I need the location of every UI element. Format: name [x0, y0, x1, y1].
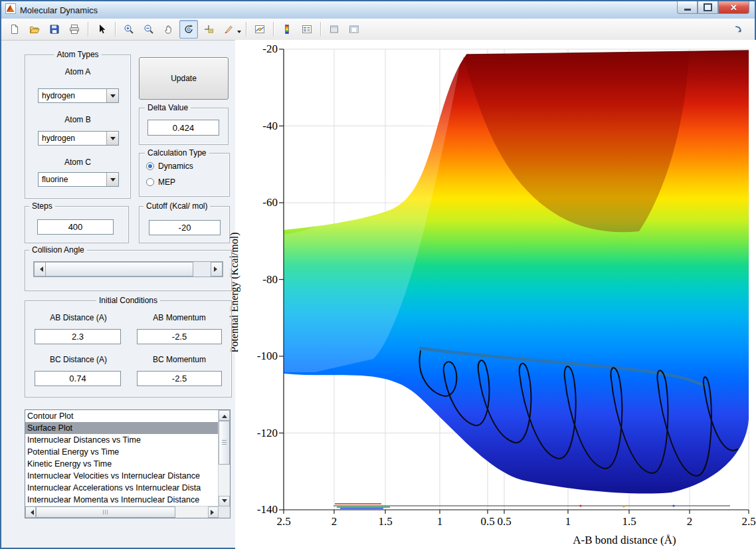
rotate-3d-button[interactable]	[179, 20, 198, 39]
panel-title: Steps	[29, 201, 55, 211]
surface-plot[interactable]: -20 -40 -60 -80 -100 -120 -140 2.5 2 1.5…	[235, 41, 756, 549]
arrow-left-icon	[37, 267, 43, 272]
plot-list-item[interactable]: Internuclear Distances vs Time	[25, 434, 219, 446]
data-cursor-button[interactable]	[199, 20, 218, 39]
scroll-left-button[interactable]	[25, 506, 36, 518]
insert-legend-button[interactable]	[298, 20, 316, 39]
cutoff-input[interactable]	[149, 220, 221, 235]
window-title: Molecular Dynamics	[20, 5, 98, 15]
insert-colorbar-button[interactable]	[278, 20, 296, 39]
dropdown-button[interactable]	[106, 89, 118, 102]
plot-list-item[interactable]: Contour Plot	[25, 410, 219, 422]
toolbar-separator	[273, 22, 274, 37]
show-plot-tools-dock-button[interactable]	[345, 20, 363, 39]
restore-button[interactable]	[698, 1, 718, 14]
delta-value-input[interactable]	[147, 120, 219, 136]
update-button[interactable]: Update	[139, 57, 229, 100]
vertical-scroll-thumb[interactable]	[219, 421, 230, 465]
panel-title: Delta Value	[145, 103, 191, 112]
atom-a-dropdown[interactable]: hydrogen	[38, 88, 119, 103]
slider-left-arrow[interactable]	[34, 262, 46, 276]
atom-b-dropdown[interactable]: hydrogen	[38, 131, 119, 146]
save-figure-button[interactable]	[45, 20, 64, 39]
plot-list-item[interactable]: Kinetic Energy vs Time	[25, 458, 219, 470]
scrollbar-corner	[219, 506, 230, 518]
cursor-arrow-button[interactable]	[92, 20, 111, 39]
plot-list-item[interactable]: Internuclear Accelerations vs Internucle…	[25, 482, 219, 494]
zoom-out-button[interactable]	[140, 20, 158, 39]
scroll-up-button[interactable]	[219, 410, 230, 421]
window-controls: ✕	[677, 1, 749, 14]
restore-icon	[704, 3, 712, 11]
brush-data-icon	[223, 24, 234, 35]
dropdown-button[interactable]	[106, 132, 118, 145]
open-file-button[interactable]	[25, 20, 44, 39]
atom-c-dropdown[interactable]: fluorine	[38, 172, 119, 187]
svg-text:1: 1	[437, 515, 443, 528]
ab-momentum-label: AB Momentum	[137, 313, 222, 322]
bc-distance-label: BC Distance (A)	[35, 355, 122, 364]
toolbar-separator	[320, 22, 321, 37]
panel-title: Initial Conditions	[96, 296, 160, 305]
steps-input[interactable]	[37, 219, 114, 235]
insert-legend-icon	[302, 24, 312, 35]
svg-text:1: 1	[565, 515, 571, 528]
bc-distance-input[interactable]	[35, 371, 121, 386]
link-plot-icon	[254, 24, 265, 35]
plot-list-item[interactable]: Surface Plot	[25, 422, 219, 434]
horizontal-scroll-thumb[interactable]	[36, 506, 175, 518]
open-file-icon	[29, 24, 40, 35]
ab-momentum-input[interactable]	[137, 329, 222, 344]
horizontal-scrollbar[interactable]	[25, 506, 219, 518]
thumb-grip-icon	[222, 440, 227, 446]
ab-distance-label: AB Distance (A)	[35, 313, 122, 322]
dock-figure-button[interactable]	[729, 20, 747, 39]
plot-type-listbox[interactable]: Contour Plot Surface Plot Internuclear D…	[25, 409, 231, 518]
slider-right-arrow[interactable]	[211, 262, 223, 276]
slider-thumb[interactable]	[45, 262, 193, 276]
svg-text:-20: -20	[262, 43, 278, 55]
zoom-in-icon	[124, 24, 134, 35]
scroll-down-button[interactable]	[219, 496, 230, 506]
plot-list-item[interactable]: Potential Energy vs Time	[25, 446, 219, 458]
hide-plot-tools-icon	[329, 24, 339, 35]
hide-plot-tools-button[interactable]	[325, 20, 343, 39]
radio-dot-icon	[146, 162, 154, 170]
plot-list-item[interactable]: Internuclear Velocities vs Internuclear …	[25, 470, 219, 482]
baseline-traces	[333, 504, 730, 508]
svg-text:2: 2	[331, 515, 337, 528]
arrow-up-icon	[222, 412, 227, 418]
chevron-down-icon	[110, 178, 116, 184]
plot-list-item[interactable]: Internuclear Momenta vs Internuclear Dis…	[25, 494, 219, 506]
svg-text:-100: -100	[257, 350, 278, 362]
vertical-scrollbar[interactable]	[218, 410, 230, 506]
scroll-right-button[interactable]	[208, 506, 219, 518]
ab-distance-input[interactable]	[35, 329, 121, 344]
radio-dynamics[interactable]: Dynamics	[146, 162, 193, 171]
zoom-in-button[interactable]	[120, 20, 138, 39]
titlebar[interactable]: Molecular Dynamics ✕	[1, 1, 755, 19]
plot-type-items: Contour Plot Surface Plot Internuclear D…	[25, 410, 219, 506]
y-axis-tick-labels: -20 -40 -60 -80 -100 -120 -140	[257, 43, 278, 516]
link-plot-button[interactable]	[250, 20, 269, 39]
potential-energy-surface	[284, 51, 749, 493]
brush-data-button[interactable]	[219, 20, 238, 39]
print-figure-button[interactable]	[65, 20, 84, 39]
radio-mep-label: MEP	[158, 177, 175, 187]
radio-mep[interactable]: MEP	[146, 177, 175, 187]
bc-momentum-input[interactable]	[137, 371, 222, 386]
brush-dropdown-icon[interactable]	[237, 31, 241, 35]
svg-text:-80: -80	[262, 273, 278, 286]
pan-hand-button[interactable]	[159, 20, 178, 39]
close-button[interactable]: ✕	[718, 1, 749, 14]
matlab-logo-icon	[5, 3, 16, 17]
svg-text:2.5: 2.5	[276, 515, 290, 528]
figure-canvas[interactable]: -20 -40 -60 -80 -100 -120 -140 2.5 2 1.5…	[235, 40, 756, 549]
minimize-button[interactable]	[677, 1, 698, 14]
toolbar-separator	[88, 22, 88, 37]
cutoff-panel: Cutoff (Kcal/ mol)	[139, 206, 230, 243]
collision-angle-slider[interactable]	[33, 261, 223, 277]
atom-a-label: Atom A	[25, 67, 130, 76]
dropdown-button[interactable]	[106, 173, 118, 186]
new-document-button[interactable]	[5, 20, 24, 39]
